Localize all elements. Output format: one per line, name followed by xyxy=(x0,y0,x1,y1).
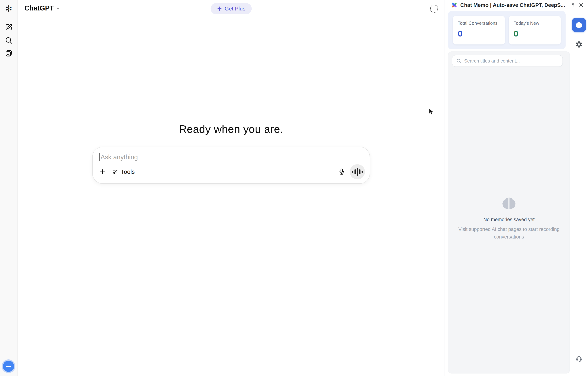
get-plus-button[interactable]: Get Plus xyxy=(210,3,251,14)
tools-button[interactable]: Tools xyxy=(112,168,135,175)
chat-memo-panel: Chat Memo | Auto-save ChatGPT, DeepS... … xyxy=(445,0,588,376)
model-label: ChatGPT xyxy=(24,4,54,12)
prompt-placeholder: Ask anything xyxy=(100,153,138,161)
memory-list-area: No memories saved yet Visit supported AI… xyxy=(448,52,570,374)
gear-icon[interactable] xyxy=(574,39,584,50)
plus-icon[interactable] xyxy=(99,168,106,176)
panel-search-input[interactable] xyxy=(464,58,558,64)
composer: Ask anything Tools xyxy=(92,147,370,184)
voice-mode-button[interactable] xyxy=(350,164,365,179)
voice-wave-icon xyxy=(352,168,363,176)
empty-state-title: No memories saved yet xyxy=(483,217,535,222)
memories-tab-button[interactable] xyxy=(572,18,586,32)
panel-search-box xyxy=(452,55,563,67)
library-icon[interactable] xyxy=(5,49,13,57)
panel-title: Chat Memo | Auto-save ChatGPT, DeepS... xyxy=(460,2,569,8)
microphone-icon[interactable] xyxy=(338,168,346,176)
model-switcher[interactable]: ChatGPT xyxy=(24,4,60,12)
mouse-cursor xyxy=(428,108,436,116)
headset-icon[interactable] xyxy=(574,354,584,364)
search-icon[interactable] xyxy=(5,36,13,44)
new-chat-icon[interactable] xyxy=(5,23,13,31)
extension-hide-bubble[interactable] xyxy=(3,361,14,372)
temporary-chat-icon[interactable] xyxy=(430,5,438,13)
stat-card-total: Total Conversations 0 xyxy=(453,16,505,44)
screen: ✻ ChatGPT xyxy=(0,0,588,376)
search-icon xyxy=(456,58,461,63)
panel-rail xyxy=(570,10,588,376)
sliders-icon xyxy=(112,168,118,175)
chat-memo-logo xyxy=(451,2,457,8)
tools-label: Tools xyxy=(121,168,135,175)
stat-value: 0 xyxy=(458,29,500,39)
text-caret xyxy=(99,153,100,161)
sparkle-icon xyxy=(217,6,222,11)
stat-card-today: Today's New 0 xyxy=(509,16,561,44)
chatgpt-sidebar: ✻ xyxy=(0,0,18,376)
empty-state-subtitle: Visit supported AI chat pages to start r… xyxy=(455,226,563,241)
stat-label: Total Conversations xyxy=(458,21,500,26)
chevron-down-icon xyxy=(56,6,60,11)
stat-label: Today's New xyxy=(514,21,556,26)
brain-icon xyxy=(501,196,517,210)
empty-state: No memories saved yet Visit supported AI… xyxy=(448,196,570,241)
brain-icon xyxy=(575,21,583,28)
stat-value: 0 xyxy=(514,29,556,39)
openai-logo: ✻ xyxy=(5,5,13,13)
chatgpt-main: ChatGPT Get Plus Ready when you are. Ask… xyxy=(18,0,445,376)
pin-icon[interactable] xyxy=(569,1,577,9)
close-icon[interactable] xyxy=(577,1,585,9)
minus-icon xyxy=(6,366,11,367)
greeting-heading: Ready when you are. xyxy=(18,123,445,135)
stats-box: Total Conversations 0 Today's New 0 xyxy=(448,11,566,49)
panel-header: Chat Memo | Auto-save ChatGPT, DeepS... xyxy=(445,0,588,10)
get-plus-label: Get Plus xyxy=(225,6,245,12)
prompt-input[interactable]: Ask anything xyxy=(99,153,362,162)
